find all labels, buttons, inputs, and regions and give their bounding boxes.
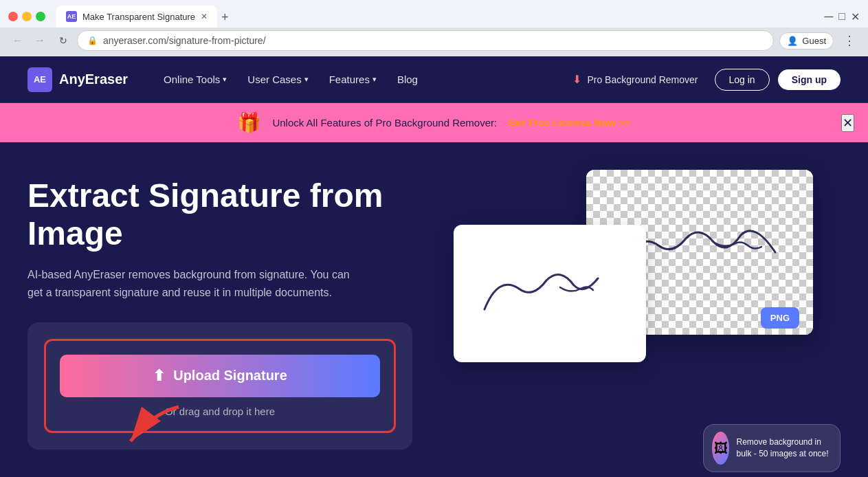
- close-window-button[interactable]: [8, 12, 18, 21]
- restore-icon[interactable]: □: [838, 10, 845, 23]
- nav-online-tools[interactable]: Online Tools ▾: [155, 68, 235, 91]
- back-button[interactable]: ←: [8, 32, 27, 49]
- minimize-window-button[interactable]: [22, 12, 32, 21]
- address-bar-row: ← → ↻ 🔒 anyeraser.com/signature-from-pic…: [0, 27, 868, 56]
- bulk-icon: 🖼: [712, 432, 729, 465]
- chevron-down-icon: ▾: [304, 75, 309, 84]
- original-signature-card: [454, 225, 646, 362]
- website-content: AE AnyEraser Online Tools ▾ User Cases ▾…: [0, 56, 868, 477]
- profile-icon: 👤: [787, 36, 798, 46]
- tab-close-button[interactable]: ✕: [201, 12, 208, 21]
- new-tab-button[interactable]: +: [219, 8, 232, 27]
- upload-box: ⬆ Upload Signature Or drag and drop it h…: [44, 339, 396, 433]
- original-signature: [471, 254, 629, 333]
- forward-button[interactable]: →: [30, 32, 49, 49]
- address-bar[interactable]: 🔒 anyeraser.com/signature-from-picture/: [77, 30, 774, 51]
- image-stack-icon: 🖼: [714, 441, 728, 456]
- browser-chrome: AE Make Transparent Signature ✕ + ─ □ ✕ …: [0, 0, 868, 56]
- active-tab[interactable]: AE Make Transparent Signature ✕: [56, 5, 217, 27]
- download-icon: ⬇: [572, 73, 581, 86]
- upload-signature-button[interactable]: ⬆ Upload Signature: [60, 355, 380, 397]
- browser-tabs: AE Make Transparent Signature ✕ +: [56, 5, 435, 27]
- title-bar: AE Make Transparent Signature ✕ + ─ □ ✕: [0, 0, 868, 27]
- login-button[interactable]: Log in: [715, 69, 770, 91]
- upload-container: ⬆ Upload Signature Or drag and drop it h…: [27, 322, 412, 450]
- site-logo[interactable]: AE AnyEraser: [27, 67, 128, 92]
- profile-button[interactable]: 👤 Guest: [779, 32, 834, 49]
- nav-blog[interactable]: Blog: [389, 68, 426, 91]
- window-controls: [8, 12, 45, 21]
- bulk-text: Remove background in bulk - 50 images at…: [736, 436, 832, 460]
- nav-arrows: ← →: [8, 32, 49, 49]
- upload-arrow-indicator: [110, 400, 192, 458]
- signup-button[interactable]: Sign up: [778, 69, 841, 90]
- chevron-down-icon: ▾: [372, 75, 377, 84]
- bulk-process-card[interactable]: 🖼 Remove background in bulk - 50 images …: [703, 424, 841, 472]
- nav-user-cases[interactable]: User Cases ▾: [239, 68, 316, 91]
- png-badge: PNG: [761, 307, 799, 329]
- profile-label: Guest: [802, 36, 826, 46]
- upload-icon: ⬆: [153, 367, 165, 385]
- maximize-window-button[interactable]: [36, 12, 45, 21]
- nav-links: Online Tools ▾ User Cases ▾ Features ▾ B…: [155, 68, 564, 91]
- minimize-icon[interactable]: ─: [825, 10, 834, 24]
- main-content: Extract Signature from Image AI-based An…: [0, 142, 868, 477]
- tab-title: Make Transparent Signature: [82, 12, 195, 22]
- nav-actions: ⬇ Pro Background Remover Log in Sign up: [564, 67, 841, 91]
- tab-favicon: AE: [66, 11, 77, 22]
- gift-icon: 🎁: [237, 111, 261, 134]
- nav-features[interactable]: Features ▾: [321, 68, 385, 91]
- lock-icon: 🔒: [87, 36, 98, 45]
- banner-text: Unlock All Features of Pro Background Re…: [272, 117, 497, 129]
- more-options-button[interactable]: ⋮: [839, 30, 860, 51]
- promo-banner: 🎁 Unlock All Features of Pro Background …: [0, 103, 868, 142]
- page-title: Extract Signature from Image: [27, 177, 412, 252]
- close-icon[interactable]: ✕: [851, 10, 860, 23]
- address-text: anyeraser.com/signature-from-picture/: [103, 35, 266, 46]
- left-section: Extract Signature from Image AI-based An…: [27, 177, 412, 450]
- logo-text: AnyEraser: [59, 71, 128, 87]
- logo-box: AE: [27, 67, 52, 92]
- site-nav: AE AnyEraser Online Tools ▾ User Cases ▾…: [0, 56, 868, 103]
- refresh-button[interactable]: ↻: [55, 32, 71, 49]
- banner-cta[interactable]: Get Free License Now >>: [508, 117, 630, 129]
- right-section: PNG 🖼 Remove background in bulk - 50 ima…: [440, 170, 841, 458]
- chevron-down-icon: ▾: [223, 75, 227, 84]
- banner-close-button[interactable]: ✕: [841, 114, 854, 132]
- nav-pro-link[interactable]: ⬇ Pro Background Remover: [564, 67, 706, 91]
- page-description: AI-based AnyEraser removes background fr…: [27, 266, 357, 301]
